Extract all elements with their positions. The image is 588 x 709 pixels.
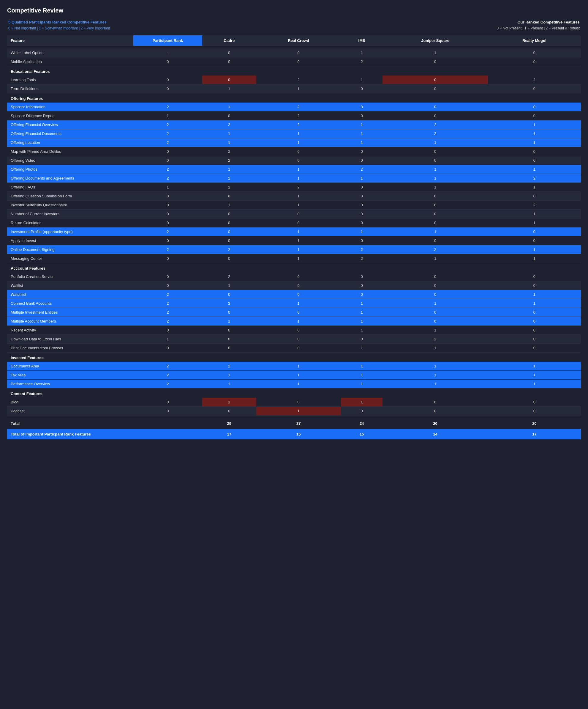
juniper-cell: 1: [383, 138, 487, 147]
feature-cell: Number of Current Investors: [7, 209, 133, 218]
feature-cell: Map with Pinned Area Detilas: [7, 147, 133, 156]
table-row: Watchlist200001: [7, 290, 581, 299]
section-header-row: Offering Features: [7, 93, 581, 103]
realty-cell: 0: [488, 281, 581, 290]
total-row: Total2927242020: [7, 418, 581, 429]
rank-cell: 2: [133, 308, 202, 317]
cadre-cell: 2: [202, 245, 256, 254]
col-cadre: Cadre: [202, 35, 256, 46]
juniper-cell: 1: [383, 227, 487, 236]
juniper-cell: 1: [383, 174, 487, 183]
table-row: Offering Financial Overview222121: [7, 120, 581, 129]
table-row: Offering Photos211211: [7, 165, 581, 174]
table-row: Term Definitions011000: [7, 84, 581, 93]
ims-cell: 0: [341, 183, 383, 191]
real-crowd-cell: 1: [256, 236, 341, 245]
realty-cell: 0: [488, 156, 581, 165]
rank-cell: 2: [133, 362, 202, 371]
real-crowd-cell: 2: [256, 111, 341, 120]
realty-cell: 0: [488, 147, 581, 156]
juniper-cell: 1: [383, 299, 487, 308]
section-label: Educational Features: [7, 66, 581, 76]
table-row: Offering Documents and Agreements221112: [7, 174, 581, 183]
realty-cell: 1: [488, 209, 581, 218]
realty-cell: 1: [488, 290, 581, 299]
rank-cell: 0: [133, 147, 202, 156]
feature-cell: Sponsor Information: [7, 103, 133, 111]
table-row: Multiple Investment Entities200100: [7, 308, 581, 317]
feature-cell: Offering Photos: [7, 165, 133, 174]
ims-cell: 1: [341, 317, 383, 325]
cadre-cell: 1: [202, 379, 256, 388]
section-label: Content Features: [7, 388, 581, 398]
real-crowd-cell: 0: [256, 281, 341, 290]
ims-cell: 0: [341, 272, 383, 281]
rank-cell: 2: [133, 370, 202, 379]
ims-cell: 1: [341, 227, 383, 236]
juniper-cell: 0: [383, 111, 487, 120]
ims-cell: 0: [341, 218, 383, 227]
cadre-cell: 0: [202, 308, 256, 317]
real-crowd-cell: 0: [256, 335, 341, 343]
rank-cell: 0: [133, 218, 202, 227]
table-row: Recent Activity000110: [7, 325, 581, 335]
rank-cell: 2: [133, 317, 202, 325]
rank-cell: 2: [133, 120, 202, 129]
table-row: Apply to Invest001000: [7, 236, 581, 245]
rank-cell: 0: [133, 398, 202, 407]
rank-cell: 0: [133, 57, 202, 66]
feature-cell: Performance Overview: [7, 379, 133, 388]
juniper-cell: 0: [383, 147, 487, 156]
realty-cell: 0: [488, 272, 581, 281]
table-row: Offering FAQs122011: [7, 183, 581, 191]
juniper-cell: 0: [383, 191, 487, 200]
ims-cell: 0: [341, 200, 383, 209]
ims-cell: 1: [341, 120, 383, 129]
cadre-cell: 0: [202, 406, 256, 415]
realty-cell: 1: [488, 254, 581, 263]
juniper-cell: 2: [383, 120, 487, 129]
juniper-cell: 0: [383, 76, 487, 84]
info-left-title: 5 Qualified Participants Ranked Competit…: [8, 19, 110, 26]
realty-cell: 0: [488, 103, 581, 111]
table-row: Performance Overview211111: [7, 379, 581, 388]
feature-cell: Learning Tools: [7, 76, 133, 84]
feature-cell: Multiple Investment Entities: [7, 308, 133, 317]
rank-cell: 2: [133, 165, 202, 174]
juniper-cell: 0: [383, 200, 487, 209]
realty-cell: 2: [488, 174, 581, 183]
section-label: Acccount Features: [7, 263, 581, 272]
realty-cell: 0: [488, 191, 581, 200]
juniper-cell: 1: [383, 343, 487, 352]
rank-cell: 0: [133, 200, 202, 209]
ims-cell: 1: [341, 308, 383, 317]
juniper-cell: 0: [383, 398, 487, 407]
feature-cell: Waitlist: [7, 281, 133, 290]
cadre-cell: 0: [202, 111, 256, 120]
table-row: Offering Location211111: [7, 138, 581, 147]
realty-cell: 2: [488, 200, 581, 209]
ims-cell: 1: [341, 129, 383, 138]
realty-cell: 1: [488, 120, 581, 129]
ims-cell: 1: [341, 362, 383, 371]
cadre-cell: 1: [202, 281, 256, 290]
cadre-cell: 1: [202, 398, 256, 407]
rank-cell: 1: [133, 183, 202, 191]
ims-cell: 1: [341, 49, 383, 57]
real-crowd-cell: 0: [256, 156, 341, 165]
realty-cell: 1: [488, 299, 581, 308]
feature-cell: Connect Bank Accounts: [7, 299, 133, 308]
juniper-cell: 2: [383, 335, 487, 343]
info-right-title: Our Ranked Competitive Features: [497, 19, 580, 26]
realty-cell: 1: [488, 245, 581, 254]
table-row: Tax Area211111: [7, 370, 581, 379]
col-ims: IMS: [341, 35, 383, 46]
realty-cell: 0: [488, 335, 581, 343]
rank-cell: 0: [133, 281, 202, 290]
ims-cell: 0: [341, 209, 383, 218]
cadre-cell: 2: [202, 174, 256, 183]
real-crowd-cell: 1: [256, 254, 341, 263]
rank-cell: 2: [133, 245, 202, 254]
juniper-cell: 0: [383, 218, 487, 227]
realty-cell: 0: [488, 84, 581, 93]
